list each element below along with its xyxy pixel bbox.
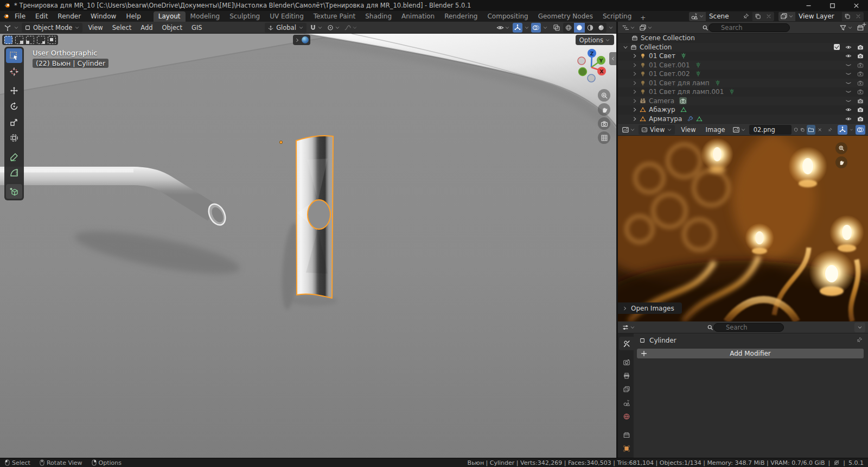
render-camera-icon[interactable] (857, 98, 864, 104)
maximize-button[interactable] (820, 0, 844, 11)
tool-select-box[interactable] (6, 48, 22, 63)
navigation-gizmo[interactable]: Z Y X (576, 48, 611, 83)
image-name-field[interactable]: 02.png (749, 125, 792, 135)
menu-edit[interactable]: Edit (30, 11, 53, 22)
image-editor-canvas[interactable]: Open Images (618, 136, 868, 321)
tool-rotate[interactable] (6, 99, 22, 113)
outliner-filter-button[interactable] (838, 23, 854, 33)
hidden-eye-icon[interactable] (845, 62, 852, 68)
hidden-eye-icon[interactable] (845, 71, 852, 77)
properties-editor-type-button[interactable] (621, 323, 636, 332)
render-disabled-icon[interactable] (857, 89, 864, 95)
expand-icon[interactable] (631, 80, 638, 86)
pin-icon[interactable] (828, 127, 832, 133)
outliner-row-light-lamp[interactable]: 01 Свет для ламп (618, 79, 868, 88)
workspace-tab-scripting[interactable]: Scripting (598, 11, 636, 22)
select-mode-set[interactable] (4, 36, 12, 44)
tool-cursor[interactable] (6, 64, 22, 79)
viewport-pan-button[interactable] (598, 103, 610, 116)
image-menu-image[interactable]: Image (702, 126, 729, 134)
render-camera-icon[interactable] (857, 106, 864, 113)
overlays-toggle[interactable] (531, 23, 541, 33)
image-menu-view[interactable]: View (677, 126, 699, 134)
view-layer-remove-button[interactable] (853, 12, 864, 21)
render-disabled-icon[interactable] (857, 62, 864, 68)
open-image-button[interactable] (807, 125, 815, 135)
minimize-button[interactable] (796, 0, 820, 11)
tool-settings-pill[interactable] (293, 35, 310, 45)
show-object-types-dropdown[interactable] (495, 23, 511, 33)
viewport-canvas[interactable]: Options (0, 34, 616, 458)
expand-icon[interactable] (631, 116, 638, 122)
axis-x-neg-handle[interactable] (578, 57, 585, 65)
workspace-tab-texture-paint[interactable]: Texture Paint (309, 11, 360, 22)
outliner-row-light[interactable]: 01 Свет (618, 52, 868, 61)
shading-material-button[interactable] (585, 23, 596, 33)
properties-options-button[interactable] (854, 323, 865, 332)
image-zoom-button[interactable] (835, 142, 847, 154)
close-button[interactable] (844, 0, 868, 11)
workspace-tab-rendering[interactable]: Rendering (439, 11, 482, 22)
outliner-row-armatura[interactable]: Арматура (618, 115, 868, 124)
open-images-panel-header[interactable]: Open Images (618, 302, 682, 314)
viewport-zoom-button[interactable] (598, 89, 610, 102)
viewport-menu-object[interactable]: Object (158, 24, 186, 31)
menu-help[interactable]: Help (121, 11, 145, 22)
outliner-row-abazhur[interactable]: Абажур (618, 105, 868, 115)
view-layer-new-button[interactable] (842, 12, 853, 21)
render-disabled-icon[interactable] (857, 80, 864, 86)
add-workspace-button[interactable]: + (636, 14, 649, 22)
viewport-menu-add[interactable]: Add (137, 24, 156, 31)
tool-measure[interactable] (6, 165, 22, 180)
tool-move[interactable] (6, 83, 22, 98)
image-pan-button[interactable] (835, 156, 847, 168)
tool-add-cube[interactable] (6, 184, 22, 199)
tab-view-layer[interactable] (619, 382, 634, 396)
scene-new-button[interactable] (752, 12, 763, 21)
workspace-tab-modeling[interactable]: Modeling (186, 11, 225, 22)
viewport-3d-scene[interactable] (0, 34, 616, 458)
workspace-tab-compositing[interactable]: Compositing (482, 11, 533, 22)
shading-wireframe-button[interactable] (563, 23, 574, 33)
chevron-down-icon[interactable] (850, 127, 853, 132)
workspace-tab-animation[interactable]: Animation (397, 11, 439, 22)
proportional-editing-toggle[interactable] (326, 23, 341, 33)
new-collection-button[interactable] (856, 23, 865, 33)
workspace-tab-sculpting[interactable]: Sculpting (225, 11, 265, 22)
hide-eye-icon[interactable] (845, 44, 852, 51)
tab-render[interactable] (619, 355, 634, 369)
expand-icon[interactable] (631, 62, 638, 68)
hidden-eye-icon[interactable] (845, 98, 852, 104)
outliner-editor-type-button[interactable] (621, 23, 636, 33)
expand-icon[interactable] (631, 53, 638, 59)
chandelier-image[interactable] (618, 136, 868, 321)
gizmos-toggle[interactable] (513, 23, 522, 33)
axis-z-neg-handle[interactable] (588, 74, 595, 82)
viewport-menu-view[interactable]: View (84, 24, 106, 31)
outliner-row-light-001[interactable]: 01 Свет.001 (618, 61, 868, 70)
fake-user-shield-icon[interactable] (794, 127, 798, 133)
render-camera-icon[interactable] (857, 44, 864, 51)
image-editor-type-button[interactable] (621, 125, 636, 135)
gizmos-dropdown-icon[interactable] (524, 25, 529, 30)
proportional-falloff-dropdown[interactable] (343, 23, 359, 33)
select-mode-subtract[interactable] (26, 36, 34, 44)
workspace-tab-layout[interactable]: Layout (154, 11, 186, 22)
image-overlays-toggle[interactable] (856, 125, 865, 135)
tab-collection[interactable] (619, 428, 634, 441)
hide-eye-icon[interactable] (845, 116, 852, 122)
select-mode-extend[interactable] (15, 36, 23, 44)
tab-tool[interactable] (619, 337, 634, 350)
tool-transform[interactable] (6, 130, 22, 145)
editor-type-button[interactable] (3, 23, 20, 33)
hide-eye-icon[interactable] (845, 106, 852, 113)
tool-scale[interactable] (6, 115, 22, 129)
workspace-tab-shading[interactable]: Shading (360, 11, 397, 22)
tab-scene[interactable] (619, 396, 634, 409)
shading-solid-button[interactable] (574, 23, 585, 33)
render-camera-icon[interactable] (857, 116, 864, 122)
collection-checkbox[interactable] (834, 44, 840, 50)
tool-annotate[interactable] (6, 149, 22, 164)
shading-dropdown-icon[interactable] (608, 25, 614, 30)
view-layer-browse-button[interactable] (778, 12, 795, 21)
